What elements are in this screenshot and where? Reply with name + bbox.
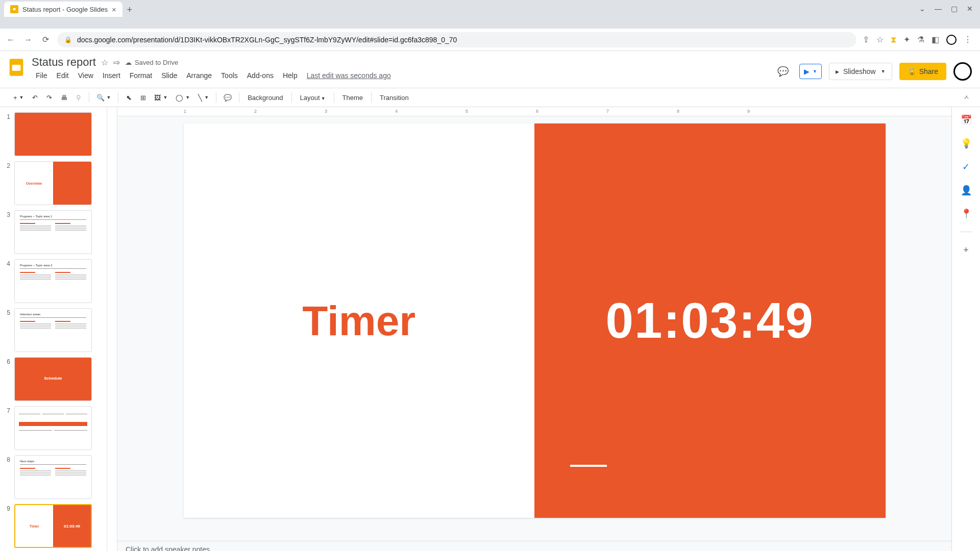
- timer-value[interactable]: 01:03:49: [606, 292, 814, 349]
- toolbar: +▼ ↶ ↷ 🖶 ⚲ 🔍▼ ⬉ ⊞ 🖼▼ ◯▼ ╲▼ 💬 Background …: [0, 88, 980, 107]
- add-panel-icon[interactable]: +: [961, 244, 972, 256]
- slide-thumbnail-9[interactable]: Timer01:03:49: [14, 504, 92, 548]
- slide-thumbnail-3[interactable]: Progress – Topic area 1: [14, 210, 92, 254]
- layout-button[interactable]: Layout▼: [296, 92, 330, 104]
- keep-icon[interactable]: 💡: [961, 138, 972, 149]
- textbox-tool[interactable]: ⊞: [137, 92, 149, 104]
- new-tab-button[interactable]: +: [122, 3, 137, 17]
- browser-menu-icon[interactable]: ⋮: [964, 35, 972, 44]
- image-tool[interactable]: 🖼▼: [151, 92, 170, 104]
- new-slide-button[interactable]: +▼: [10, 92, 27, 104]
- slide-filmstrip: 12Overview3Progress – Topic area 14Progr…: [0, 107, 107, 551]
- menu-file[interactable]: File: [32, 70, 52, 81]
- account-avatar[interactable]: [953, 62, 972, 81]
- tab-close-icon[interactable]: ×: [112, 5, 116, 14]
- menu-tools[interactable]: Tools: [217, 70, 242, 81]
- menu-bar: File Edit View Insert Format Slide Arran…: [32, 69, 774, 82]
- slides-logo[interactable]: [6, 57, 27, 78]
- slideshow-button[interactable]: ▸ Slideshow ▼: [829, 63, 892, 80]
- thumb-number: 4: [4, 259, 10, 303]
- line-tool[interactable]: ╲▼: [195, 92, 212, 104]
- thumb-number: 7: [4, 406, 10, 450]
- maximize-icon[interactable]: ▢: [951, 5, 958, 13]
- browser-tab[interactable]: Status report - Google Slides ×: [4, 2, 122, 17]
- slides-favicon: [10, 5, 18, 13]
- background-button[interactable]: Background: [243, 92, 287, 104]
- speaker-notes[interactable]: Click to add speaker notes: [117, 541, 951, 551]
- play-icon: ▸: [836, 67, 839, 76]
- print-button[interactable]: 🖶: [58, 92, 70, 104]
- theme-button[interactable]: Theme: [338, 92, 367, 104]
- url-bar[interactable]: 🔒 docs.google.com/presentation/d/1D3IKt-…: [57, 32, 856, 47]
- menu-view[interactable]: View: [74, 70, 97, 81]
- menu-insert[interactable]: Insert: [99, 70, 125, 81]
- chevron-down-icon[interactable]: ▼: [881, 69, 886, 74]
- back-button[interactable]: ←: [5, 34, 16, 45]
- slide-thumbnail-4[interactable]: Progress – Topic area 2: [14, 259, 92, 303]
- thumb-number: 6: [4, 357, 10, 401]
- slide-right-panel: 01:03:49: [534, 123, 886, 518]
- thumb-number: 2: [4, 161, 10, 205]
- slide-title-text[interactable]: Timer: [302, 297, 415, 345]
- cloud-icon: ☁: [125, 59, 132, 66]
- slide-thumbnail-8[interactable]: Next steps: [14, 455, 92, 499]
- star-doc-icon[interactable]: ☆: [101, 58, 108, 67]
- menu-arrange[interactable]: Arrange: [182, 70, 216, 81]
- svg-rect-3: [12, 65, 21, 71]
- menu-format[interactable]: Format: [126, 70, 156, 81]
- share-page-icon[interactable]: ⇪: [863, 35, 869, 44]
- minimize-icon[interactable]: —: [935, 5, 942, 13]
- thumb-number: 8: [4, 455, 10, 499]
- flask-ext-icon[interactable]: ⚗: [917, 35, 924, 44]
- slide-canvas[interactable]: Timer 01:03:49: [184, 123, 886, 518]
- slide-thumbnail-7[interactable]: [14, 406, 92, 450]
- vertical-ruler: [107, 107, 117, 551]
- maps-icon[interactable]: 📍: [961, 208, 972, 219]
- thumb-number: 5: [4, 308, 10, 352]
- extensions-icon[interactable]: ✦: [903, 35, 910, 44]
- close-window-icon[interactable]: ✕: [967, 5, 973, 13]
- menu-help[interactable]: Help: [279, 70, 302, 81]
- paint-format-button[interactable]: ⚲: [72, 92, 85, 104]
- hourglass-ext-icon[interactable]: ⧗: [891, 35, 896, 44]
- slide-thumbnail-2[interactable]: Overview: [14, 161, 92, 205]
- undo-button[interactable]: ↶: [29, 92, 41, 104]
- move-doc-icon[interactable]: ⇨: [113, 58, 120, 67]
- contacts-icon[interactable]: 👤: [961, 185, 972, 196]
- present-button[interactable]: ▶▼: [799, 64, 822, 79]
- slide-thumbnail-6[interactable]: Schedule: [14, 357, 92, 401]
- menu-edit[interactable]: Edit: [53, 70, 73, 81]
- sidepanel-icon[interactable]: ◧: [932, 35, 939, 44]
- tasks-icon[interactable]: ✓: [961, 161, 972, 172]
- shape-tool[interactable]: ◯▼: [173, 92, 193, 104]
- lock-icon: 🔒: [64, 36, 72, 43]
- profile-ext-icon[interactable]: [946, 35, 957, 45]
- reload-button[interactable]: ⟳: [40, 34, 51, 45]
- doc-title[interactable]: Status report: [32, 56, 96, 69]
- comments-button[interactable]: 💬: [774, 62, 792, 81]
- menu-slide[interactable]: Slide: [157, 70, 181, 81]
- chevron-down-icon[interactable]: ⌄: [919, 5, 925, 13]
- collapse-toolbar-icon[interactable]: ㅅ: [963, 93, 970, 102]
- menu-addons[interactable]: Add-ons: [243, 70, 278, 81]
- slide-thumbnail-1[interactable]: [14, 112, 92, 156]
- accent-underline: [570, 465, 607, 467]
- url-text: docs.google.com/presentation/d/1D3IKt-vi…: [77, 36, 457, 44]
- thumb-number: 1: [4, 112, 10, 156]
- star-icon[interactable]: ☆: [876, 35, 884, 44]
- select-tool[interactable]: ⬉: [122, 92, 135, 104]
- share-button[interactable]: 🔒 Share: [899, 63, 946, 80]
- calendar-icon[interactable]: 📅: [961, 114, 972, 126]
- tab-title: Status report - Google Slides: [22, 6, 108, 13]
- forward-button[interactable]: →: [22, 34, 34, 45]
- saved-status: ☁ Saved to Drive: [125, 59, 178, 66]
- thumb-number: 3: [4, 210, 10, 254]
- side-panel: 📅 💡 ✓ 👤 📍 +: [951, 107, 980, 551]
- svg-rect-1: [13, 8, 16, 10]
- transition-button[interactable]: Transition: [376, 92, 413, 104]
- comment-tool[interactable]: 💬: [220, 92, 235, 104]
- slide-thumbnail-5[interactable]: Attention areas: [14, 308, 92, 352]
- last-edit-link[interactable]: Last edit was seconds ago: [307, 71, 391, 80]
- redo-button[interactable]: ↷: [43, 92, 56, 104]
- zoom-button[interactable]: 🔍▼: [93, 92, 114, 104]
